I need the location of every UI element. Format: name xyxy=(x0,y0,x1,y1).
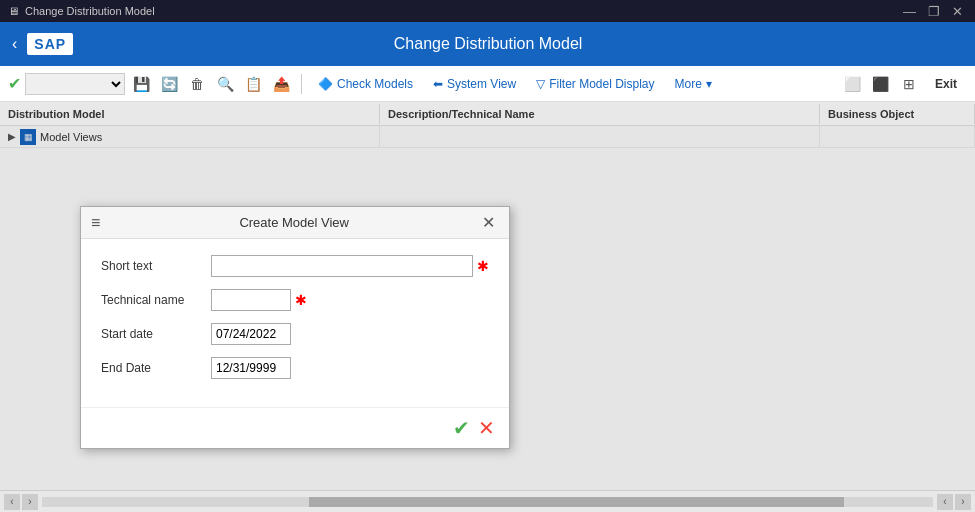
chevron-down-icon: ▾ xyxy=(706,77,712,91)
main-content: Distribution Model Description/Technical… xyxy=(0,102,975,512)
short-text-required: ✱ xyxy=(477,258,489,274)
sap-header: ‹ SAP Change Distribution Model xyxy=(0,22,975,66)
col-distribution-model: Distribution Model xyxy=(0,104,380,124)
toolbar: ✔ 💾 🔄 🗑 🔍 📋 📤 🔷 Check Models ⬅ System Vi… xyxy=(0,66,975,102)
start-date-input[interactable] xyxy=(211,323,291,345)
modal-ok-button[interactable]: ✔ xyxy=(453,416,470,440)
sap-logo: SAP xyxy=(27,33,73,55)
col-description: Description/Technical Name xyxy=(380,104,820,124)
technical-name-row: Technical name ✱ xyxy=(101,289,489,311)
modal-menu-icon[interactable]: ≡ xyxy=(91,214,100,232)
table-body: ▶ ▦ Model Views ≡ Create Model View ✕ Sh… xyxy=(0,126,975,490)
scroll-left-button[interactable]: ‹ xyxy=(4,494,20,510)
modal-body: Short text ✱ Technical name ✱ Start date xyxy=(81,239,509,407)
filter-model-button[interactable]: ▽ Filter Model Display xyxy=(528,74,662,94)
more-button[interactable]: More ▾ xyxy=(667,74,720,94)
create-model-view-dialog: ≡ Create Model View ✕ Short text ✱ Techn… xyxy=(80,206,510,449)
modal-footer: ✔ ✕ xyxy=(81,407,509,448)
horizontal-scrollbar: ‹ › ‹ › xyxy=(0,490,975,512)
toolbar-select[interactable] xyxy=(25,73,125,95)
toolbar-confirm-button[interactable]: ✔ xyxy=(8,74,21,93)
close-button[interactable]: ✕ xyxy=(948,3,967,20)
refresh-button[interactable]: 🔄 xyxy=(157,72,181,96)
system-view-button[interactable]: ⬅ System View xyxy=(425,74,524,94)
window-button-1[interactable]: ⬜ xyxy=(841,72,865,96)
minimize-button[interactable]: — xyxy=(899,3,920,20)
scroll-end-right[interactable]: › xyxy=(955,494,971,510)
window-button-2[interactable]: ⬛ xyxy=(869,72,893,96)
title-bar: 🖥 Change Distribution Model — ❐ ✕ xyxy=(0,0,975,22)
system-view-icon: ⬅ xyxy=(433,77,443,91)
modal-cancel-button[interactable]: ✕ xyxy=(478,416,495,440)
restore-button[interactable]: ❐ xyxy=(924,3,944,20)
modal-header: ≡ Create Model View ✕ xyxy=(81,207,509,239)
short-text-label: Short text xyxy=(101,259,211,273)
search-button[interactable]: 🔍 xyxy=(213,72,237,96)
toolbar-separator-1 xyxy=(301,74,302,94)
end-date-row: End Date xyxy=(101,357,489,379)
scroll-end-left[interactable]: ‹ xyxy=(937,494,953,510)
check-models-button[interactable]: 🔷 Check Models xyxy=(310,74,421,94)
sap-logo-text: SAP xyxy=(27,33,73,55)
export-button[interactable]: 📤 xyxy=(269,72,293,96)
back-button[interactable]: ‹ xyxy=(12,35,17,53)
save-button[interactable]: 💾 xyxy=(129,72,153,96)
modal-overlay: ≡ Create Model View ✕ Short text ✱ Techn… xyxy=(0,126,975,490)
short-text-row: Short text ✱ xyxy=(101,255,489,277)
app-icon: 🖥 xyxy=(8,5,19,17)
technical-name-required: ✱ xyxy=(295,292,307,308)
end-date-label: End Date xyxy=(101,361,211,375)
filter-icon: ▽ xyxy=(536,77,545,91)
table-header: Distribution Model Description/Technical… xyxy=(0,102,975,126)
end-date-input[interactable] xyxy=(211,357,291,379)
technical-name-label: Technical name xyxy=(101,293,211,307)
modal-close-button[interactable]: ✕ xyxy=(478,213,499,232)
scroll-thumb[interactable] xyxy=(309,497,844,507)
scroll-right-button[interactable]: › xyxy=(22,494,38,510)
delete-button[interactable]: 🗑 xyxy=(185,72,209,96)
exit-button[interactable]: Exit xyxy=(925,74,967,94)
window-button-3[interactable]: ⊞ xyxy=(897,72,921,96)
start-date-row: Start date xyxy=(101,323,489,345)
modal-title: Create Model View xyxy=(110,215,478,230)
check-models-icon: 🔷 xyxy=(318,77,333,91)
scroll-track[interactable] xyxy=(42,497,933,507)
short-text-input[interactable] xyxy=(211,255,473,277)
title-bar-text: Change Distribution Model xyxy=(25,5,155,17)
technical-name-input[interactable] xyxy=(211,289,291,311)
start-date-label: Start date xyxy=(101,327,211,341)
copy-button[interactable]: 📋 xyxy=(241,72,265,96)
header-title: Change Distribution Model xyxy=(93,35,883,53)
col-business-object: Business Object xyxy=(820,104,975,124)
